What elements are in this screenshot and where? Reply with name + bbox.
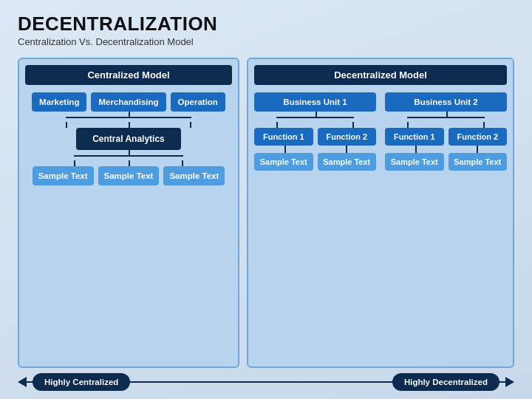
business-unit-2: Business Unit 2 Function 1 Function 2 [385,92,507,359]
arrow-left-icon [18,377,27,387]
sample-text-3: Sample Text [163,166,225,185]
centralized-model-box: Centralized Model Marketing Merchandisin… [18,58,239,368]
bu1-func-connectors [254,146,376,153]
bu1-connector [254,112,376,122]
business-unit-1: Business Unit 1 Function 1 Function 2 [254,92,376,359]
bu2-sample1: Sample Text [385,153,444,171]
top-down-lines [44,122,214,128]
bu2-sample-row: Sample Text Sample Text [385,153,507,171]
marketing-node: Marketing [32,92,86,112]
bu2-func2: Function 2 [449,128,508,146]
diagrams-row: Centralized Model Marketing Merchandisin… [18,58,514,368]
bu1-func2: Function 2 [318,128,377,146]
bu2-sample2: Sample Text [449,153,508,171]
bu1-func1: Function 1 [254,128,313,146]
bu1-sample-row: Sample Text Sample Text [254,153,376,171]
bottom-down-lines [55,160,202,166]
dec-content: Business Unit 1 Function 1 Function 2 [254,92,507,359]
sample-text-1: Sample Text [33,166,94,185]
sample-text-2: Sample Text [98,166,160,185]
page-title: DECENTRALIZATION [18,13,514,35]
bu1-func-row: Function 1 Function 2 [254,128,376,146]
centralized-header: Centralized Model [25,65,232,85]
page-subtitle: Centralization Vs. Decentralization Mode… [18,36,514,47]
decentralized-model-box: Decentralized Model Business Unit 1 [247,58,514,368]
central-analytics-node: Central Analytics [76,128,181,150]
bu2-func1: Function 1 [385,128,444,146]
top-connector [44,112,214,122]
bottom-bar: Highly Centralized Highly Decentralized [18,377,514,387]
central-connector [55,150,202,160]
bu2-func-connectors [385,146,507,153]
bu1-sample1: Sample Text [254,153,313,171]
arrow-right-icon [505,377,514,387]
top-nodes: Marketing Merchandising Operation [32,92,225,112]
bu2-label: Business Unit 2 [385,92,507,112]
operation-node: Operation [171,92,225,112]
highly-centralized-pill: Highly Centralized [33,373,130,391]
bu1-down [254,122,376,128]
page: DECENTRALIZATION Centralization Vs. Dece… [0,0,532,399]
bu2-connector [385,112,507,122]
decentralized-header: Decentralized Model [254,65,507,85]
bu2-func-row: Function 1 Function 2 [385,128,507,146]
bottom-nodes: Sample Text Sample Text Sample Text [33,166,225,185]
highly-decentralized-pill: Highly Decentralized [392,373,499,391]
bu1-sample2: Sample Text [318,153,377,171]
bu2-down [385,122,507,128]
merchandising-node: Merchandising [91,92,166,112]
bu1-label: Business Unit 1 [254,92,376,112]
